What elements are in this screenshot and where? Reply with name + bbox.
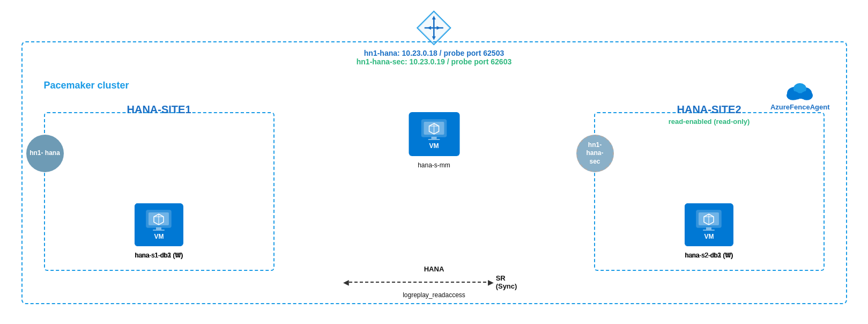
site2-container: HANA-SITE2 hn1-hana-sec read-enabled (re… <box>594 112 825 271</box>
mm-node-group: VM hana-s-mm <box>409 112 459 169</box>
svg-rect-34 <box>153 230 165 231</box>
vm-monitor-icon-s1db3 <box>145 209 172 232</box>
site2-title: HANA-SITE2 <box>677 104 741 116</box>
site1-node-label: hn1- hana <box>29 149 60 158</box>
vm-box-s2db3: VM <box>685 203 733 246</box>
site2-node-label: hn1-hana-sec <box>586 141 603 166</box>
vm-name-mm: hana-s-mm <box>418 161 450 169</box>
svg-rect-33 <box>156 227 161 230</box>
hana-sr-sync-label: SR (Sync) <box>496 274 525 290</box>
pacemaker-cluster-label: Pacemaker cluster <box>44 80 129 91</box>
vm-label-s2db3: VM <box>704 233 714 240</box>
vm-name-s1db3: hana-s1-db3 (W) <box>135 252 183 259</box>
hana-sr-arrow-line <box>349 277 488 287</box>
cloud-icon <box>784 79 816 103</box>
hana-sr-label: HANA <box>424 265 444 273</box>
vm-monitor-icon-s2db3 <box>695 209 722 232</box>
azure-fence-agent: AzureFenceAgent <box>770 79 830 111</box>
vm-group-s2db3: VM hana-s2-db3 (W) <box>685 203 733 259</box>
vm-box-s1db3: VM <box>135 203 183 246</box>
svg-rect-13 <box>789 93 812 99</box>
diagram-wrapper: hn1-hana: 10.23.0.18 / probe port 62503 … <box>11 9 858 315</box>
site2-node-circle: hn1-hana-sec <box>576 135 614 172</box>
svg-rect-61 <box>432 137 437 139</box>
site1-container: HANA-SITE1 hn1- hana <box>44 112 275 271</box>
arrow-right-icon: ▶ <box>488 278 494 286</box>
arrow-left-icon: ◀ <box>343 278 349 286</box>
svg-rect-55 <box>703 230 715 231</box>
vm-monitor-icon-mm <box>421 119 448 141</box>
fence-agent-label: AzureFenceAgent <box>770 103 830 111</box>
svg-rect-54 <box>706 227 711 230</box>
svg-rect-62 <box>428 139 440 140</box>
vm-group-s1db3: VM hana-s1-db3 (W) <box>135 203 183 259</box>
site1-title: HANA-SITE1 <box>127 104 191 116</box>
hana-sr-arrow-row: ◀ ▶ SR (Sync) <box>343 274 525 290</box>
vm-box-mm: VM <box>409 112 459 156</box>
site1-node-circle: hn1- hana <box>26 135 64 172</box>
read-enabled-label: read-enabled (read-only) <box>669 117 750 126</box>
pacemaker-cluster-border: Pacemaker cluster AzureFenceAgent HANA-S… <box>21 41 847 304</box>
vm-name-s2db3: hana-s2-db3 (W) <box>685 252 733 259</box>
hana-sr-area: HANA ◀ ▶ SR (Sync) logreplay_readaccess <box>343 265 525 299</box>
vm-label-mm: VM <box>429 142 439 150</box>
vm-label-s1db3: VM <box>154 233 164 240</box>
hana-sr-sublabel: logreplay_readaccess <box>403 291 465 299</box>
